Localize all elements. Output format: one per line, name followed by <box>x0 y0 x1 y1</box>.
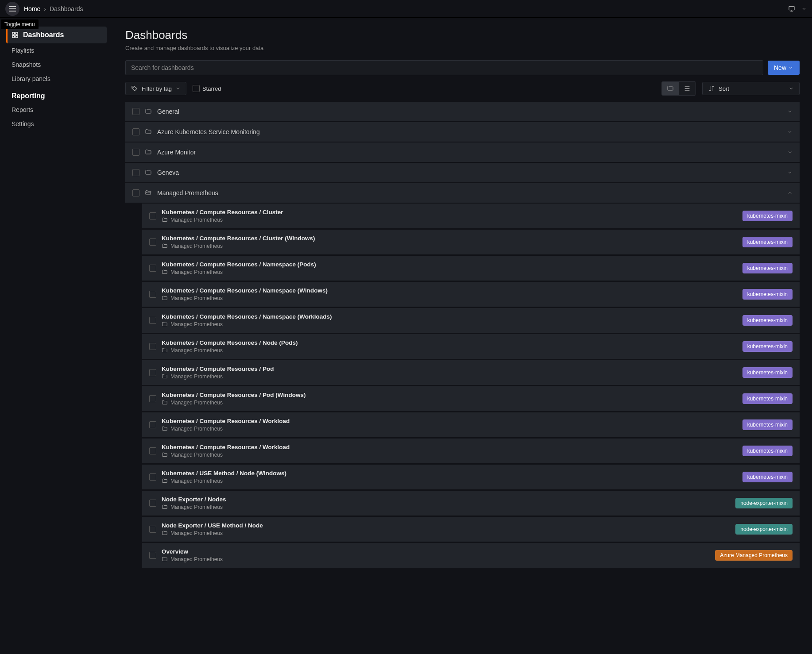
view-toggle <box>661 81 696 96</box>
dashboard-folder: Managed Prometheus <box>162 217 283 223</box>
checkbox[interactable] <box>149 421 156 428</box>
dashboard-row[interactable]: Kubernetes / USE Method / Node (Windows)… <box>142 465 800 490</box>
checkbox[interactable] <box>149 265 156 272</box>
chevron-down-icon <box>789 86 794 91</box>
chevron-down-icon <box>788 65 793 70</box>
menu-toggle-button[interactable] <box>5 2 19 16</box>
checkbox[interactable] <box>132 149 139 156</box>
dashboard-tag[interactable]: kubernetes-mixin <box>742 263 793 273</box>
checkbox[interactable] <box>149 552 156 559</box>
page-title: Dashboards <box>125 28 800 42</box>
view-folder-button[interactable] <box>662 82 679 95</box>
dashboard-tag[interactable]: kubernetes-mixin <box>742 472 793 482</box>
sidebar-item-reports[interactable]: Reports <box>6 103 107 117</box>
dashboard-tag[interactable]: kubernetes-mixin <box>742 446 793 456</box>
dashboard-title: Kubernetes / Compute Resources / Namespa… <box>162 313 332 320</box>
folder-row[interactable]: Azure Monitor <box>125 142 800 162</box>
sidebar-item-library-panels[interactable]: Library panels <box>6 72 107 86</box>
folder-row[interactable]: Managed Prometheus <box>125 183 800 203</box>
dashboard-tag[interactable]: kubernetes-mixin <box>742 315 793 326</box>
search-input[interactable] <box>125 60 763 75</box>
svg-rect-1 <box>12 32 15 35</box>
chevron-up-icon <box>787 190 793 196</box>
chevron-down-icon <box>787 150 793 155</box>
folder-row[interactable]: Azure Kubernetes Service Monitoring <box>125 122 800 142</box>
sidebar-item-playlists[interactable]: Playlists <box>6 43 107 58</box>
checkbox[interactable] <box>132 169 139 176</box>
dashboard-row[interactable]: Kubernetes / Compute Resources / Namespa… <box>142 282 800 307</box>
filter-by-tag[interactable]: Filter by tag <box>125 82 186 95</box>
breadcrumb-home[interactable]: Home <box>24 5 40 12</box>
breadcrumb: Home › Dashboards <box>24 5 83 12</box>
folder-icon <box>162 556 168 562</box>
dashboard-row[interactable]: Kubernetes / Compute Resources / Cluster… <box>142 230 800 255</box>
checkbox[interactable] <box>149 369 156 376</box>
folder-icon <box>162 400 168 406</box>
dashboard-row[interactable]: Kubernetes / Compute Resources / PodMana… <box>142 360 800 385</box>
dashboard-row[interactable]: Kubernetes / Compute Resources / Namespa… <box>142 308 800 333</box>
dashboard-row[interactable]: Node Exporter / NodesManaged Prometheusn… <box>142 491 800 516</box>
folder-icon <box>162 269 168 275</box>
checkbox[interactable] <box>132 128 139 135</box>
checkbox[interactable] <box>149 317 156 324</box>
chevron-down-icon[interactable] <box>801 6 807 12</box>
monitor-icon[interactable] <box>788 5 795 12</box>
dashboard-row[interactable]: Kubernetes / Compute Resources / Workloa… <box>142 412 800 438</box>
dashboard-tag[interactable]: node-exporter-mixin <box>735 524 793 535</box>
dashboard-row[interactable]: Kubernetes / Compute Resources / Workloa… <box>142 439 800 464</box>
dashboard-folder: Managed Prometheus <box>162 347 298 354</box>
checkbox[interactable] <box>132 189 139 196</box>
dashboard-title: Node Exporter / USE Method / Node <box>162 522 263 529</box>
checkbox[interactable] <box>149 395 156 402</box>
dashboard-title: Kubernetes / Compute Resources / Namespa… <box>162 261 316 268</box>
checkbox[interactable] <box>149 239 156 246</box>
sort-select[interactable]: Sort <box>702 82 800 95</box>
dashboard-row[interactable]: Kubernetes / Compute Resources / Namespa… <box>142 256 800 281</box>
folder-icon <box>145 128 152 135</box>
checkbox[interactable] <box>149 500 156 507</box>
starred-label: Starred <box>202 85 221 92</box>
checkbox[interactable] <box>132 108 139 115</box>
sidebar-item-settings[interactable]: Settings <box>6 117 107 131</box>
dashboard-folder: Managed Prometheus <box>162 321 332 327</box>
dashboard-row[interactable]: Kubernetes / Compute Resources / Pod (Wi… <box>142 386 800 412</box>
checkbox[interactable] <box>149 473 156 481</box>
folder-row[interactable]: Geneva <box>125 163 800 182</box>
dashboard-title: Kubernetes / Compute Resources / Workloa… <box>162 444 290 450</box>
checkbox[interactable] <box>149 291 156 298</box>
starred-filter[interactable]: Starred <box>193 85 221 92</box>
view-list-button[interactable] <box>679 82 696 95</box>
checkbox[interactable] <box>149 343 156 350</box>
new-button[interactable]: New <box>768 61 800 75</box>
dashboard-icon <box>12 31 19 38</box>
dashboard-tag[interactable]: kubernetes-mixin <box>742 237 793 247</box>
dashboard-row[interactable]: Kubernetes / Compute Resources / Cluster… <box>142 204 800 229</box>
dashboard-tag[interactable]: node-exporter-mixin <box>735 498 793 508</box>
sidebar-section-reporting: Reporting <box>6 86 107 103</box>
checkbox[interactable] <box>149 212 156 219</box>
folder-name: General <box>157 108 179 115</box>
dashboard-tag[interactable]: kubernetes-mixin <box>742 367 793 378</box>
dashboard-tag[interactable]: kubernetes-mixin <box>742 341 793 352</box>
dashboard-tag[interactable]: kubernetes-mixin <box>742 419 793 430</box>
sidebar-item-snapshots[interactable]: Snapshots <box>6 58 107 72</box>
dashboard-tag[interactable]: kubernetes-mixin <box>742 289 793 300</box>
sidebar: Dashboards Playlists Snapshots Library p… <box>0 18 113 654</box>
dashboard-tag[interactable]: kubernetes-mixin <box>742 393 793 404</box>
dashboard-row[interactable]: OverviewManaged PrometheusAzure Managed … <box>142 543 800 568</box>
breadcrumb-current[interactable]: Dashboards <box>50 5 83 12</box>
new-button-label: New <box>774 64 786 71</box>
dashboard-title: Kubernetes / Compute Resources / Workloa… <box>162 418 290 424</box>
dashboard-row[interactable]: Node Exporter / USE Method / NodeManaged… <box>142 517 800 542</box>
filter-tag-label: Filter by tag <box>142 85 172 92</box>
folder-name: Geneva <box>157 169 179 176</box>
dashboard-row[interactable]: Kubernetes / Compute Resources / Node (P… <box>142 334 800 359</box>
folder-row[interactable]: General <box>125 102 800 121</box>
folder-icon <box>162 321 168 327</box>
folder-icon <box>162 217 168 223</box>
checkbox[interactable] <box>149 526 156 533</box>
checkbox[interactable] <box>149 447 156 454</box>
dashboard-tag[interactable]: Azure Managed Prometheus <box>715 550 793 561</box>
dashboard-tag[interactable]: kubernetes-mixin <box>742 211 793 221</box>
folder-icon <box>667 85 674 92</box>
